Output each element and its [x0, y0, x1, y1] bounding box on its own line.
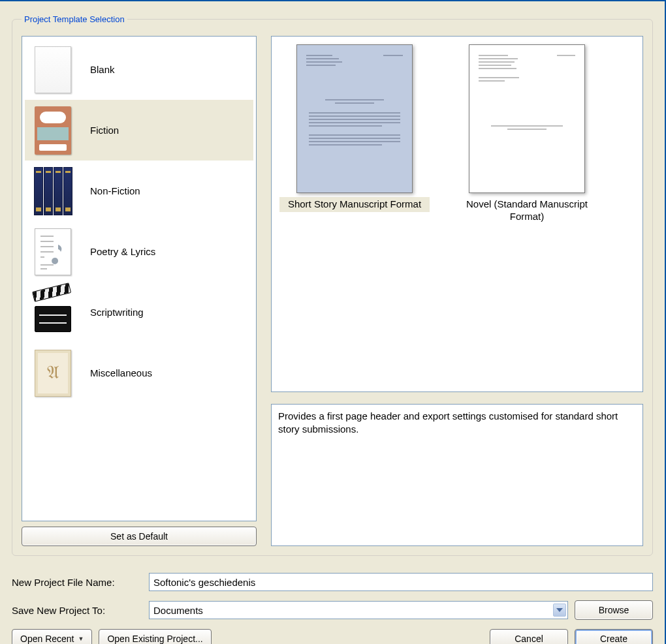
chevron-down-icon [553, 604, 566, 617]
save-to-value: Documents [153, 605, 203, 616]
create-button[interactable]: Create [575, 629, 653, 644]
set-default-button[interactable]: Set as Default [22, 527, 257, 546]
open-recent-button[interactable]: Open Recent [12, 629, 92, 644]
category-label: Fiction [90, 125, 119, 136]
clapperboard-icon [31, 286, 74, 339]
category-label: Scriptwriting [90, 307, 144, 318]
books-icon [31, 165, 74, 217]
browse-button[interactable]: Browse [575, 600, 653, 620]
category-label: Non-Fiction [90, 185, 140, 196]
save-to-label: Save New Project To: [12, 605, 142, 616]
scroll-page-icon: 𝔄 [31, 347, 74, 399]
category-item-misc[interactable]: 𝔄 Miscellaneous [25, 343, 253, 403]
template-item-novel[interactable]: Novel (Standard Manuscript Format) [452, 44, 602, 224]
category-item-poetry[interactable]: Poetry & Lyrics [25, 221, 253, 282]
template-selection-group: Project Template Selection Blank Fiction [12, 14, 653, 556]
template-item-short-story[interactable]: Short Story Manuscript Format [279, 44, 430, 212]
category-label: Poetry & Lyrics [90, 246, 155, 257]
group-title: Project Template Selection [22, 14, 127, 24]
fiction-book-icon [31, 104, 74, 157]
category-item-nonfiction[interactable]: Non-Fiction [25, 161, 253, 221]
template-caption: Short Story Manuscript Format [279, 197, 430, 212]
category-label: Miscellaneous [90, 367, 152, 378]
category-item-fiction[interactable]: Fiction [25, 100, 253, 161]
category-list[interactable]: Blank Fiction Non-Fiction [22, 36, 257, 521]
open-existing-button[interactable]: Open Existing Project... [99, 629, 211, 644]
file-name-label: New Project File Name: [12, 577, 142, 588]
template-thumb-icon [296, 44, 413, 193]
save-to-combobox[interactable]: Documents [149, 601, 568, 619]
category-label: Blank [90, 64, 115, 75]
template-description: Provides a first page header and export … [271, 404, 643, 546]
blank-page-icon [31, 44, 74, 96]
category-item-blank[interactable]: Blank [25, 39, 253, 100]
template-thumb-icon [469, 44, 585, 193]
form-area: New Project File Name: Save New Project … [0, 556, 665, 644]
category-item-scriptwriting[interactable]: Scriptwriting [25, 282, 253, 343]
template-grid[interactable]: Short Story Manuscript Format [271, 36, 643, 392]
file-name-input[interactable] [149, 573, 653, 591]
cancel-button[interactable]: Cancel [490, 629, 568, 644]
music-note-page-icon [31, 226, 74, 278]
template-caption: Novel (Standard Manuscript Format) [452, 197, 602, 224]
